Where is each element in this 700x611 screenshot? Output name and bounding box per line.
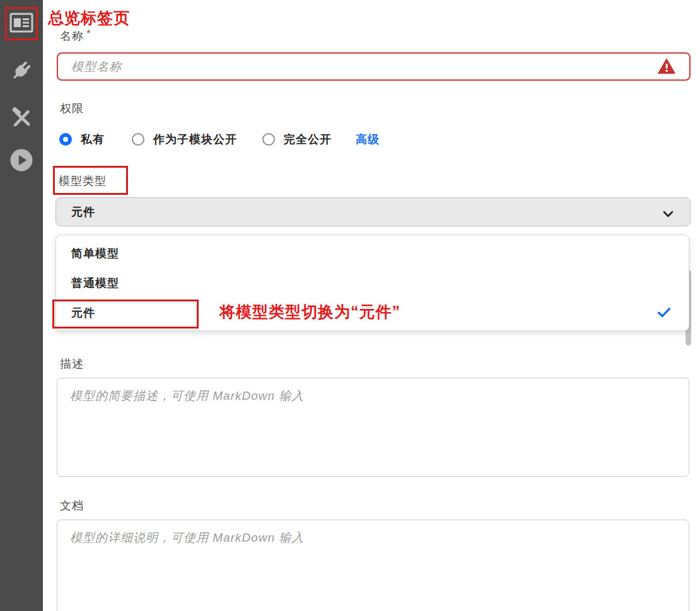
radio-submodule-public[interactable]: 作为子模块公开 [132, 132, 237, 147]
radio-fully-public[interactable]: 完全公开 [262, 132, 332, 147]
play-icon [9, 148, 34, 175]
page: 总览标签页 名称* 权限 私有 作为子模块公开 [0, 0, 700, 611]
checkmark-icon [657, 307, 671, 321]
main-form: 总览标签页 名称* 权限 私有 作为子模块公开 [43, 0, 700, 611]
tools-icon [9, 105, 33, 132]
dropdown-option-normal[interactable]: 普通模型 [56, 268, 689, 298]
description-label: 描述 [60, 356, 84, 371]
documentation-label: 文档 [60, 498, 84, 513]
documentation-textarea[interactable] [57, 520, 689, 611]
model-type-label: 模型类型 [59, 173, 107, 189]
plug-icon [9, 59, 33, 85]
dropdown-option-simple[interactable]: 简单模型 [56, 238, 689, 268]
model-name-input[interactable] [57, 52, 691, 81]
radio-label-submodule: 作为子模块公开 [153, 132, 237, 147]
radio-circle-private[interactable] [59, 133, 72, 146]
sidebar-item-plugins[interactable] [0, 53, 43, 91]
radio-circle-submodule[interactable] [132, 133, 144, 146]
model-type-select[interactable]: 元件 [55, 197, 691, 226]
description-textarea[interactable] [57, 378, 689, 477]
radio-circle-public[interactable] [262, 133, 275, 146]
sidebar-item-run[interactable] [0, 143, 43, 180]
radio-label-private: 私有 [81, 132, 105, 147]
name-label: 名称* [60, 28, 91, 44]
permission-radio-group: 私有 作为子模块公开 完全公开 高级 [59, 131, 380, 148]
advanced-link[interactable]: 高级 [356, 132, 380, 147]
required-asterisk: * [86, 28, 91, 40]
radio-label-public: 完全公开 [284, 132, 332, 147]
sidebar [0, 0, 43, 611]
sidebar-item-overview[interactable] [0, 5, 43, 43]
annotation-switch-type: 将模型类型切换为“元件” [219, 301, 400, 322]
error-warning-icon [658, 58, 675, 74]
annotation-overview-tab: 总览标签页 [48, 8, 130, 28]
radio-private[interactable]: 私有 [59, 132, 105, 147]
chevron-down-icon [663, 209, 674, 220]
sidebar-item-tools[interactable] [0, 100, 43, 137]
overview-icon [9, 13, 33, 35]
permission-label: 权限 [60, 101, 84, 116]
select-value: 元件 [71, 204, 95, 219]
